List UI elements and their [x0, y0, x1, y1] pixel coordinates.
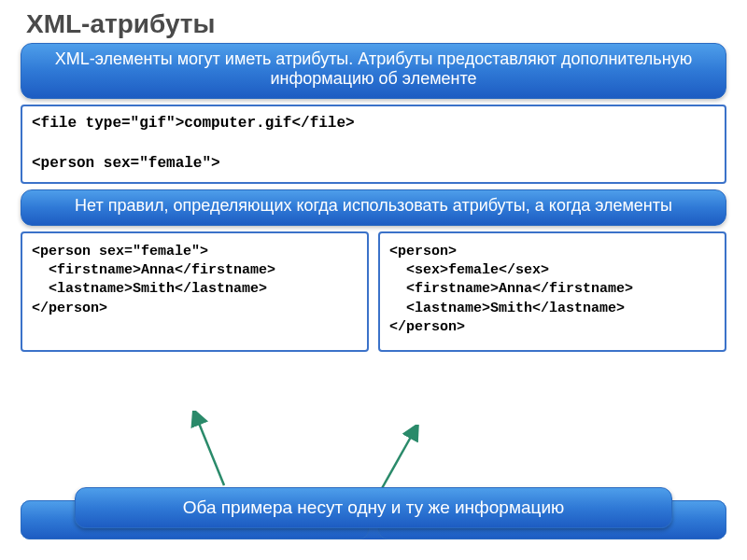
page-title: XML-атрибуты	[0, 0, 747, 43]
code-comparison-row: <person sex="female"> <firstname>Anna</f…	[21, 231, 726, 352]
callout-attributes-intro: XML-элементы могут иметь атрибуты. Атриб…	[21, 43, 726, 99]
code-example-element-style: <person> <sex>female</sex> <firstname>An…	[378, 231, 726, 352]
callout-same-info: Оба примера несут одну и ту же информаци…	[75, 487, 672, 528]
code-example-attribute-style: <person sex="female"> <firstname>Anna</f…	[21, 231, 369, 352]
svg-line-0	[196, 416, 224, 485]
arrow-left-icon	[187, 411, 243, 495]
code-example-1: <file type="gif">computer.gif</file> <pe…	[21, 105, 726, 184]
callout-no-rules: Нет правил, определяющих когда использов…	[21, 189, 726, 226]
svg-line-1	[381, 430, 415, 490]
